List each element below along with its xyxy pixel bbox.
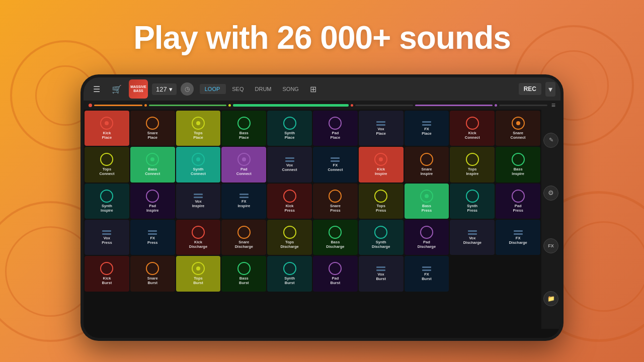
pad-synth-burst[interactable]: Synth Burst [267,256,312,291]
pad-label-kick-inspire: Kick Inspire [375,167,387,176]
pad-label-bass-connect: Bass Connect [145,167,160,176]
pad-bass-discharge[interactable]: Bass Discharge [313,220,358,255]
fx-dash-container [422,121,431,126]
fx-dash-container [422,266,431,271]
album-art[interactable]: MASSIVE BASS [129,79,148,99]
pad-kick-inspire[interactable]: Kick Inspire [359,147,404,182]
pad-snare-press[interactable]: Snare Press [313,184,358,219]
pad-tops-discharge[interactable]: Tops Discharge [267,220,312,255]
pad-grid: Kick PlaceSnare PlaceTops PlaceBass Plac… [84,110,541,329]
pad-bass-burst[interactable]: Bass Burst [221,256,266,291]
pad-vox-place[interactable]: Vox Place [359,111,404,146]
pad-snare-place[interactable]: Snare Place [130,111,175,146]
fx-dash [422,269,431,271]
pad-fx-place[interactable]: FX Place [405,111,449,146]
pad-kick-press[interactable]: Kick Press [267,184,312,219]
fx-button[interactable]: FX [543,238,558,253]
fx-dash-container [514,230,523,235]
pad-tops-inspire[interactable]: Tops Inspire [450,147,495,182]
pad-fx-inspire[interactable]: FX Inspire [221,184,266,219]
pad-label-snare-discharge: Snare Discharge [235,240,253,249]
pad-label-snare-connect: Snare Connect [511,131,526,140]
pad-bass-connect[interactable]: Bass Connect [130,147,175,182]
fx-dash [376,269,385,271]
pad-tops-press[interactable]: Tops Press [359,184,404,219]
pad-fx-connect[interactable]: FX Connect [313,147,358,182]
cart-button[interactable]: 🛒 [109,81,125,97]
pad-ring [466,190,479,203]
pad-synth-press[interactable]: Synth Press [450,184,495,219]
pad-ring [237,117,251,130]
rec-button[interactable]: REC [519,83,541,95]
pad-snare-connect[interactable]: Snare Connect [496,111,540,146]
pad-fx-press[interactable]: FX Press [130,220,175,255]
pad-ring [146,117,159,130]
pad-label-synth-discharge: Synth Discharge [372,240,390,249]
pad-synth-place[interactable]: Synth Place [267,111,312,146]
pad-vox-press[interactable]: Vox Press [85,220,129,255]
pad-tops-place[interactable]: Tops Place [176,111,221,146]
pad-tops-connect[interactable]: Tops Connect [85,147,129,182]
pad-vox-connect[interactable]: Vox Connect [267,147,312,182]
folder-button[interactable]: 📁 [543,291,558,306]
pad-ring [146,153,159,166]
pad-pad-connect[interactable]: Pad Connect [221,147,266,182]
pad-label-synth-inspire: Synth Inspire [101,204,113,213]
tab-loop[interactable]: LOOP [200,84,226,94]
pad-kick-burst[interactable]: Kick Burst [85,256,129,291]
pad-bass-place[interactable]: Bass Place [221,111,266,146]
pad-bass-press[interactable]: Bass Press [405,184,449,219]
pad-snare-discharge[interactable]: Snare Discharge [221,220,266,255]
pad-synth-connect[interactable]: Synth Connect [176,147,221,182]
fx-dash [468,230,477,232]
bpm-selector[interactable]: 127 ▾ [152,83,177,95]
metronome-button[interactable]: ◷ [181,82,194,96]
pad-fx-discharge[interactable]: FX Discharge [496,220,540,255]
pad-pad-place[interactable]: Pad Place [313,111,358,146]
pad-label-kick-press: Kick Press [284,204,294,213]
pad-vox-discharge[interactable]: Vox Discharge [450,220,495,255]
pad-pad-inspire[interactable]: Pad Inspire [130,184,175,219]
tab-seq[interactable]: SEQ [227,84,249,94]
pad-ring [283,190,296,203]
pad-label-tops-inspire: Tops Inspire [466,167,478,176]
pad-ring [237,262,251,275]
top-bar: ☰ 🛒 MASSIVE BASS 127 ▾ ◷ LOOP SEQ DRUM S… [84,77,560,101]
pad-synth-inspire[interactable]: Synth Inspire [85,184,129,219]
pad-ring-inner [196,157,200,161]
pad-bass-inspire[interactable]: Bass Inspire [496,147,540,182]
pad-label-vox-press: Vox Press [102,236,112,245]
pad-ring-inner [150,157,154,161]
prog-dot-kick [89,104,92,107]
tab-drum[interactable]: DRUM [250,84,277,94]
pad-vox-burst[interactable]: Vox Burst [359,256,404,291]
fx-dash [102,230,111,232]
pad-kick-place[interactable]: Kick Place [85,111,129,146]
pad-fx-burst[interactable]: FX Burst [405,256,449,291]
pad-kick-connect[interactable]: Kick Connect [450,111,495,146]
pad-label-bass-inspire: Bass Inspire [512,167,524,176]
pad-pad-press[interactable]: Pad Press [496,184,540,219]
pad-tops-burst[interactable]: Tops Burst [176,256,221,291]
fx-dash [102,233,111,235]
pad-ring [512,153,525,166]
prog-bar-vox [499,105,547,106]
menu-button[interactable]: ☰ [89,81,105,97]
pad-ring [466,117,479,130]
pad-ring [283,262,296,275]
pad-pad-burst[interactable]: Pad Burst [313,256,358,291]
pad-snare-burst[interactable]: Snare Burst [130,256,175,291]
chevron-button[interactable]: ▾ [545,82,555,97]
pad-pad-discharge[interactable]: Pad Discharge [405,220,449,255]
pad-snare-inspire[interactable]: Snare Inspire [405,147,449,182]
pad-ring [329,262,342,275]
pad-kick-discharge[interactable]: Kick Discharge [176,220,221,255]
mixer-button[interactable]: ⚙ [543,186,558,201]
fx-dash [239,197,249,198]
tab-song[interactable]: SONG [278,84,304,94]
pad-synth-discharge[interactable]: Synth Discharge [359,220,404,255]
edit-button[interactable]: ✎ [543,133,558,148]
prog-dot-4 [351,104,353,107]
fx-dash [194,194,203,195]
pad-vox-inspire[interactable]: Vox Inspire [176,184,221,219]
